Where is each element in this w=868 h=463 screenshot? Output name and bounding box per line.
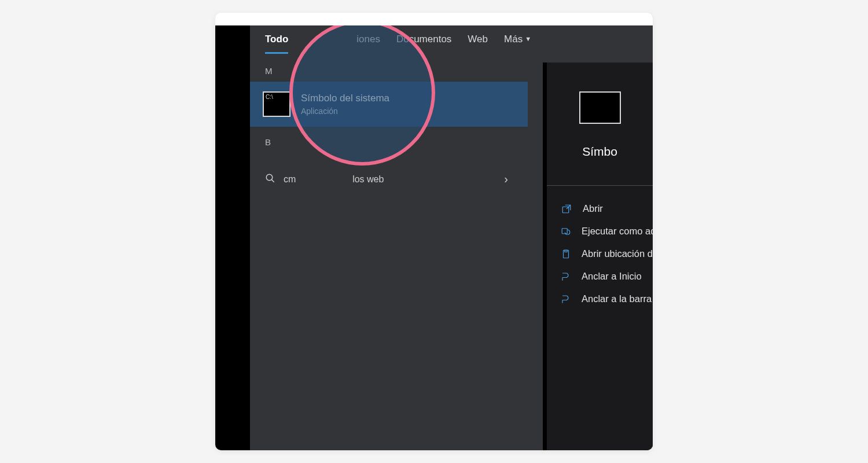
chevron-right-icon: › [504, 172, 513, 186]
svg-rect-5 [565, 250, 568, 252]
best-match-text: Símbolo del sistema Aplicación [301, 93, 389, 116]
best-match-title: Símbolo del sistema [301, 93, 389, 104]
cmd-icon: C:\ [263, 91, 290, 117]
results-column: M C:\ Símbolo del sistema Aplicación B c… [250, 63, 528, 450]
svg-line-1 [271, 179, 274, 182]
svg-rect-4 [564, 250, 569, 258]
web-search-result[interactable]: cm los web › [250, 157, 528, 186]
action-run-admin[interactable]: Ejecutar como admin [560, 220, 640, 242]
section-search-web: B [250, 134, 528, 149]
action-open-location[interactable]: Abrir ubicación de ar [560, 242, 640, 265]
pin-icon [561, 294, 571, 304]
preview-icon-area [560, 73, 640, 142]
screenshot-frame: Todo iones Documentos Web Más▼ M C:\ Sím… [215, 25, 653, 450]
article-card: Todo iones Documentos Web Más▼ M C:\ Sím… [215, 13, 653, 450]
search-tabs: Todo iones Documentos Web Más▼ [250, 25, 653, 51]
start-search-popup: Todo iones Documentos Web Más▼ M C:\ Sím… [250, 25, 653, 450]
pin-icon [561, 271, 571, 282]
action-run-admin-label: Ejecutar como admin [582, 226, 653, 237]
svg-point-0 [266, 174, 273, 181]
action-pin-taskbar-label: Anclar a la barra de t [582, 293, 653, 304]
web-search-text: cm los web [284, 174, 496, 185]
folder-icon [561, 249, 571, 259]
tab-documents[interactable]: Documentos [396, 34, 451, 45]
chevron-down-icon: ▼ [525, 35, 531, 42]
best-match-result[interactable]: C:\ Símbolo del sistema Aplicación [250, 82, 528, 127]
open-icon [561, 204, 572, 214]
svg-rect-3 [562, 228, 567, 233]
divider [547, 185, 653, 186]
action-open-location-label: Abrir ubicación de ar [582, 248, 653, 259]
shield-icon [561, 226, 571, 237]
details-panel: Símbo Abrir Ejecutar como admin [543, 63, 653, 450]
action-pin-start[interactable]: Anclar a Inicio [560, 265, 640, 288]
search-icon [265, 173, 275, 186]
tab-all[interactable]: Todo [265, 34, 288, 45]
action-open[interactable]: Abrir [560, 197, 640, 220]
tab-more[interactable]: Más▼ [504, 34, 531, 45]
best-match-subtitle: Aplicación [301, 106, 389, 116]
action-pin-taskbar[interactable]: Anclar a la barra de t [560, 288, 640, 310]
action-open-label: Abrir [583, 203, 603, 214]
section-best-match: M [250, 63, 528, 78]
preview-title: Símbo [560, 145, 640, 159]
cmd-icon [579, 91, 621, 124]
action-pin-start-label: Anclar a Inicio [582, 271, 642, 282]
tab-web[interactable]: Web [468, 34, 488, 45]
tab-apps-fragment[interactable]: iones [304, 34, 380, 45]
